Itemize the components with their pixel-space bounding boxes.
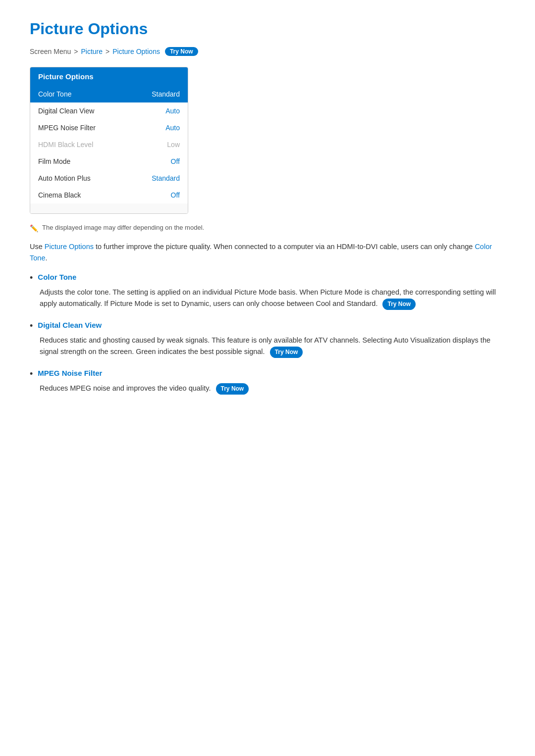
menu-value-mpeg-noise-filter: Auto: [165, 124, 180, 132]
menu-label-auto-motion-plus: Auto Motion Plus: [38, 174, 91, 182]
menu-label-hdmi-black-level: HDMI Black Level: [38, 141, 93, 149]
link-dynamic[interactable]: Dynamic: [181, 300, 209, 307]
bullet-dot-color-tone: •: [30, 273, 33, 284]
link-standard[interactable]: Standard: [347, 300, 376, 307]
bullet-desc-mpeg-noise-filter: Reduces MPEG noise and improves the vide…: [40, 383, 505, 395]
menu-label-cinema-black: Cinema Black: [38, 191, 81, 199]
pencil-icon: ✏️: [30, 224, 38, 232]
breadcrumb-picture-options[interactable]: Picture Options: [112, 48, 160, 55]
link-picture-mode-3[interactable]: Picture Mode: [110, 300, 152, 307]
menu-footer: [30, 203, 188, 213]
menu-value-film-mode: Off: [171, 157, 180, 165]
link-cool[interactable]: Cool: [316, 300, 330, 307]
bullet-item-color-tone: • Color Tone: [30, 273, 505, 284]
breadcrumb-screen-menu: Screen Menu: [30, 48, 71, 55]
menu-row-color-tone[interactable]: Color Tone Standard: [30, 86, 188, 102]
bullet-desc-digital-clean-view: Reduces static and ghosting caused by we…: [40, 335, 505, 358]
bullet-section-color-tone: • Color Tone Adjusts the color tone. The…: [30, 273, 505, 310]
breadcrumb-separator-2: >: [106, 48, 109, 55]
menu-value-color-tone: Standard: [152, 90, 180, 98]
link-picture-mode-1[interactable]: Picture Mode: [234, 288, 276, 296]
menu-box-title: Picture Options: [30, 67, 188, 86]
bullet-dot-digital-clean-view: •: [30, 321, 33, 332]
menu-label-color-tone: Color Tone: [38, 90, 71, 98]
note-line: ✏️ The displayed image may differ depend…: [30, 224, 505, 232]
breadcrumb-picture[interactable]: Picture: [81, 48, 103, 55]
breadcrumb-separator-1: >: [74, 48, 78, 55]
bullet-item-mpeg-noise-filter: • MPEG Noise Filter: [30, 369, 505, 380]
mpeg-noise-filter-try-now-badge[interactable]: Try Now: [216, 383, 249, 395]
bullet-heading-digital-clean-view[interactable]: Digital Clean View: [38, 321, 102, 329]
menu-row-film-mode[interactable]: Film Mode Off: [30, 153, 188, 170]
menu-value-auto-motion-plus: Standard: [152, 174, 180, 182]
menu-value-cinema-black: Off: [171, 191, 180, 199]
intro-link-color-tone[interactable]: Color Tone: [30, 243, 492, 262]
menu-value-hdmi-black-level: Low: [167, 141, 180, 149]
breadcrumb: Screen Menu > Picture > Picture Options …: [30, 47, 505, 56]
menu-row-auto-motion-plus[interactable]: Auto Motion Plus Standard: [30, 170, 188, 187]
note-text: The displayed image may differ depending…: [42, 224, 204, 231]
bullet-heading-mpeg-noise-filter[interactable]: MPEG Noise Filter: [38, 369, 102, 377]
intro-paragraph: Use Picture Options to further improve t…: [30, 241, 505, 264]
bullet-section-mpeg-noise-filter: • MPEG Noise Filter Reduces MPEG noise a…: [30, 369, 505, 395]
menu-label-film-mode: Film Mode: [38, 157, 70, 165]
menu-row-digital-clean-view[interactable]: Digital Clean View Auto: [30, 102, 188, 119]
bullet-desc-color-tone: Adjusts the color tone. The setting is a…: [40, 287, 505, 310]
bullet-section-digital-clean-view: • Digital Clean View Reduces static and …: [30, 321, 505, 358]
menu-row-mpeg-noise-filter[interactable]: MPEG Noise Filter Auto: [30, 119, 188, 136]
digital-clean-view-try-now-badge[interactable]: Try Now: [270, 347, 303, 358]
menu-row-hdmi-black-level: HDMI Black Level Low: [30, 136, 188, 153]
page-title: Picture Options: [30, 20, 505, 38]
link-auto-visualization[interactable]: Auto Visualization: [393, 336, 450, 344]
color-tone-try-now-badge[interactable]: Try Now: [382, 299, 416, 310]
bullet-item-digital-clean-view: • Digital Clean View: [30, 321, 505, 332]
menu-row-cinema-black[interactable]: Cinema Black Off: [30, 187, 188, 203]
menu-label-mpeg-noise-filter: MPEG Noise Filter: [38, 124, 96, 132]
breadcrumb-try-now-badge[interactable]: Try Now: [165, 47, 198, 56]
intro-link-picture-options[interactable]: Picture Options: [45, 243, 94, 251]
picture-options-menu: Picture Options Color Tone Standard Digi…: [30, 67, 188, 214]
bullet-heading-color-tone[interactable]: Color Tone: [38, 273, 76, 281]
menu-label-digital-clean-view: Digital Clean View: [38, 107, 94, 115]
link-picture-mode-2[interactable]: Picture Mode: [320, 288, 362, 296]
bullet-dot-mpeg-noise-filter: •: [30, 369, 33, 380]
menu-value-digital-clean-view: Auto: [165, 107, 180, 115]
